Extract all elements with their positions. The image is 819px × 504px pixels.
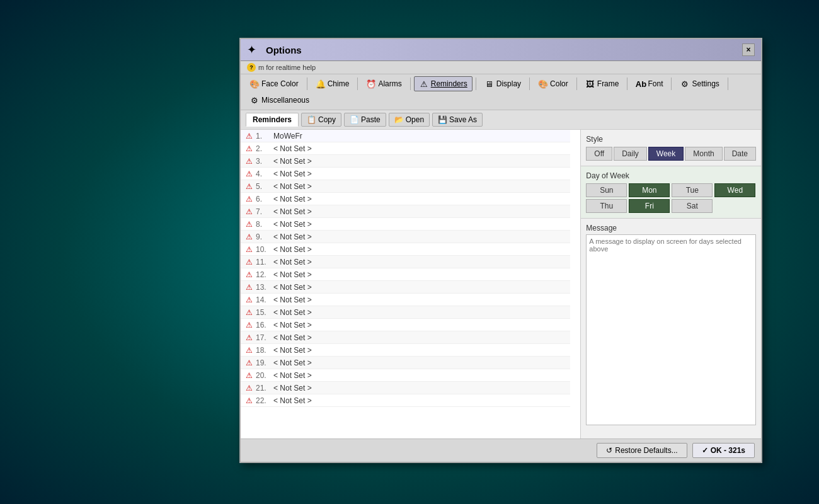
style-button-month[interactable]: Month [685,147,722,161]
copy-icon: 📋 [307,115,316,124]
ok-check-icon: ✓ [702,446,708,455]
warning-icon: ⚠ [246,232,253,241]
reminder-number: 20. [256,371,273,380]
style-button-daily[interactable]: Daily [614,147,647,161]
bottom-bar: ↺ Restore Defaults... ✓ OK - 321s [241,438,761,462]
reminder-item[interactable]: ⚠ 5. < Not Set > [241,180,570,193]
style-buttons: OffDailyWeekMonthDate [586,147,756,161]
reminders-list[interactable]: ⚠ 1. MoWeFr ⚠ 2. < Not Set > ⚠ 3. < Not … [241,130,580,438]
settings-icon: ⚙ [680,79,690,89]
reminder-item[interactable]: ⚠ 16. < Not Set > [241,319,570,331]
open-button[interactable]: 📂 Open [389,113,430,127]
toolbar-display[interactable]: 🖥 Display [479,76,526,91]
reminder-item[interactable]: ⚠ 21. < Not Set > [241,382,570,394]
ok-label: OK - 321s [711,446,745,455]
toolbar-misc[interactable]: ⚙ Miscellaneous [244,93,314,108]
dow-button-Mon[interactable]: Mon [629,183,670,197]
reminder-text: < Not Set > [273,144,312,153]
warning-icon: ⚠ [246,283,253,292]
reminder-item[interactable]: ⚠ 1. MoWeFr [241,130,570,142]
warning-icon: ⚠ [246,207,253,216]
reminder-item[interactable]: ⚠ 13. < Not Set > [241,281,570,294]
reminder-number: 3. [256,157,273,166]
warning-icon: ⚠ [246,220,253,229]
paste-label: Paste [361,115,381,124]
reminder-item[interactable]: ⚠ 7. < Not Set > [241,205,570,218]
copy-button[interactable]: 📋 Copy [301,113,341,127]
toolbar-font-label: Font [648,79,663,88]
dow-button-Fri[interactable]: Fri [629,199,670,213]
message-section: Message [581,219,761,438]
dow-button-Sun[interactable]: Sun [586,183,627,197]
reminder-text: < Not Set > [273,384,312,392]
reminder-item[interactable]: ⚠ 14. < Not Set > [241,294,570,306]
day-of-week-section: Day of Week SunMonTueWedThuFriSat [581,166,761,219]
reminder-item[interactable]: ⚠ 9. < Not Set > [241,231,570,243]
main-content: ⚠ 1. MoWeFr ⚠ 2. < Not Set > ⚠ 3. < Not … [241,130,761,438]
reminder-item[interactable]: ⚠ 20. < Not Set > [241,369,570,382]
reminder-item[interactable]: ⚠ 3. < Not Set > [241,155,570,168]
warning-icon: ⚠ [246,333,253,342]
reminder-number: 16. [256,321,273,329]
warning-icon: ⚠ [246,182,253,191]
toolbar-divider-8 [671,77,672,90]
close-button[interactable]: × [742,43,755,56]
style-button-off[interactable]: Off [586,147,612,161]
face-color-icon: 🎨 [249,79,260,89]
toolbar-chime-label: Chime [328,79,350,88]
save-as-button[interactable]: 💾 Save As [432,113,483,127]
toolbar-face-color[interactable]: 🎨 Face Color [244,76,304,91]
toolbar-divider-2 [357,77,358,90]
toolbar-divider-7 [627,77,627,90]
message-label: Message [586,224,756,232]
toolbar-color[interactable]: 🎨 Color [533,76,573,91]
display-icon: 🖥 [484,79,495,89]
main-toolbar: 🎨 Face Color 🔔 Chime ⏰ Alarms ⚠ Reminder… [241,74,761,110]
title-bar-left: ✦ Options [247,43,302,57]
reminders-tab[interactable]: Reminders [246,113,299,127]
dow-button-Sat[interactable]: Sat [672,199,713,213]
dow-button-Wed[interactable]: Wed [714,183,755,197]
reminder-text: < Not Set > [273,195,312,203]
reminder-item[interactable]: ⚠ 22. < Not Set > [241,394,570,407]
ok-button[interactable]: ✓ OK - 321s [692,443,755,458]
toolbar-alarms[interactable]: ⏰ Alarms [361,76,406,91]
restore-defaults-button[interactable]: ↺ Restore Defaults... [597,443,687,458]
reminder-number: 14. [256,295,273,304]
dow-button-Tue[interactable]: Tue [672,183,713,197]
warning-icon: ⚠ [246,346,253,355]
paste-button[interactable]: 📄 Paste [344,113,386,127]
toolbar-font[interactable]: Ab Font [631,76,668,91]
reminder-item[interactable]: ⚠ 2. < Not Set > [241,142,570,155]
toolbar-divider-1 [307,77,307,90]
reminder-item[interactable]: ⚠ 4. < Not Set > [241,168,570,180]
reminder-number: 12. [256,270,273,279]
style-button-week[interactable]: Week [648,147,684,161]
reminder-item[interactable]: ⚠ 6. < Not Set > [241,193,570,205]
reminder-item[interactable]: ⚠ 19. < Not Set > [241,357,570,369]
message-textarea[interactable] [586,234,756,425]
reminder-text: < Not Set > [273,308,312,317]
dow-grid: SunMonTueWedThuFriSat [586,183,756,213]
toolbar-reminders-label: Reminders [431,79,467,88]
help-bar: ? m for realtime help [241,61,761,74]
warning-icon: ⚠ [246,195,253,203]
reminder-number: 6. [256,195,273,203]
reminder-item[interactable]: ⚠ 17. < Not Set > [241,331,570,344]
dow-button-Thu[interactable]: Thu [586,199,627,213]
toolbar-frame[interactable]: 🖼 Frame [580,76,624,91]
reminder-text: < Not Set > [273,232,312,241]
reminder-item[interactable]: ⚠ 15. < Not Set > [241,306,570,319]
reminder-item[interactable]: ⚠ 11. < Not Set > [241,256,570,268]
reminder-item[interactable]: ⚠ 12. < Not Set > [241,268,570,281]
style-button-date[interactable]: Date [724,147,756,161]
toolbar-chime[interactable]: 🔔 Chime [311,76,355,91]
reminder-item[interactable]: ⚠ 18. < Not Set > [241,344,570,357]
reminder-item[interactable]: ⚠ 8. < Not Set > [241,218,570,231]
toolbar-settings[interactable]: ⚙ Settings [675,76,724,91]
reminder-item[interactable]: ⚠ 10. < Not Set > [241,243,570,256]
dow-button-empty [714,203,755,209]
toolbar-color-label: Color [550,79,568,88]
alarms-icon: ⏰ [366,79,376,89]
toolbar-reminders[interactable]: ⚠ Reminders [414,76,472,91]
